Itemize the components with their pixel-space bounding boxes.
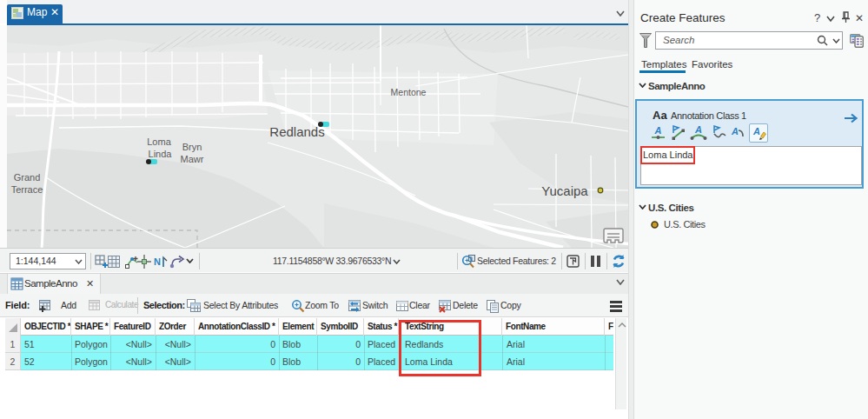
svg-text:Terrace: Terrace bbox=[11, 184, 43, 195]
svg-text:A: A bbox=[694, 125, 702, 135]
svg-text:Grand: Grand bbox=[14, 172, 41, 183]
svg-text:Mentone: Mentone bbox=[391, 87, 427, 97]
svg-text:A: A bbox=[731, 126, 739, 136]
svg-text:Yucaipa: Yucaipa bbox=[541, 183, 588, 198]
svg-text:Bryn: Bryn bbox=[182, 142, 202, 152]
svg-text:Linda: Linda bbox=[149, 149, 173, 159]
svg-text:N: N bbox=[154, 256, 161, 267]
svg-text:Mawr: Mawr bbox=[181, 154, 204, 164]
svg-text:A: A bbox=[654, 125, 662, 136]
svg-text:Redlands: Redlands bbox=[269, 124, 324, 139]
svg-text:Loma: Loma bbox=[147, 136, 171, 147]
svg-text:A: A bbox=[752, 126, 760, 136]
